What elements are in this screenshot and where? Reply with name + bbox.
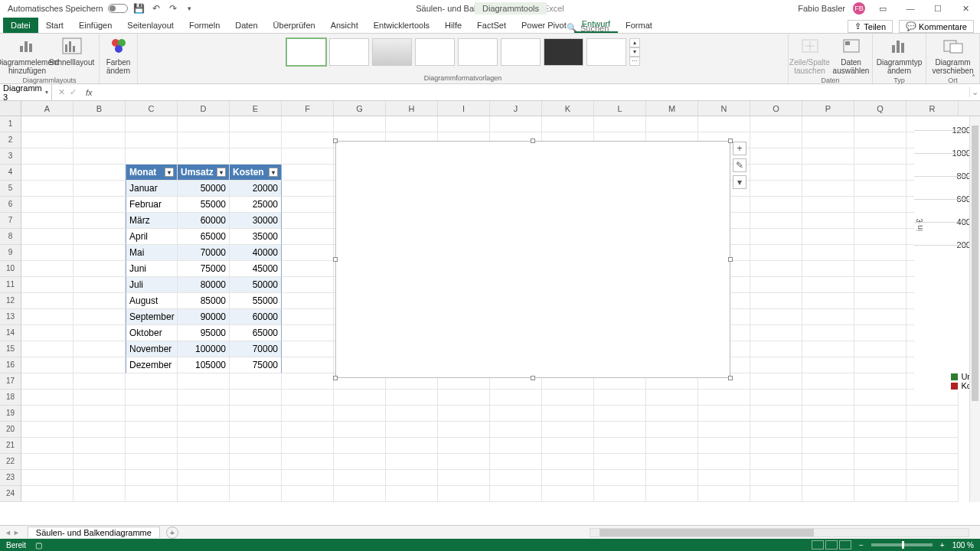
cell[interactable] — [802, 213, 854, 229]
cell[interactable]: September — [126, 309, 178, 325]
cell[interactable] — [21, 486, 74, 502]
cell[interactable] — [698, 438, 750, 454]
row-header[interactable]: 8 — [0, 229, 21, 245]
cell[interactable]: Kosten▾ — [230, 165, 282, 181]
cell[interactable]: 25000 — [230, 197, 282, 213]
cell[interactable] — [21, 148, 74, 165]
cell[interactable] — [21, 454, 74, 470]
cell[interactable] — [854, 229, 906, 245]
cell[interactable] — [802, 116, 854, 132]
cell[interactable] — [178, 470, 230, 486]
cell[interactable] — [698, 486, 750, 502]
cell[interactable] — [854, 486, 906, 502]
cell[interactable] — [386, 406, 438, 422]
tab-einfügen[interactable]: Einfügen — [71, 18, 119, 33]
cell[interactable] — [802, 261, 854, 277]
cell[interactable] — [594, 470, 646, 486]
cell[interactable] — [906, 470, 959, 486]
cell[interactable] — [438, 454, 490, 470]
cell[interactable]: Juni — [126, 261, 178, 277]
cell[interactable] — [854, 261, 906, 277]
cell[interactable] — [74, 245, 126, 261]
cell[interactable]: Umsatz▾ — [178, 165, 230, 181]
cell[interactable]: 70000 — [178, 245, 230, 261]
cell[interactable] — [438, 390, 490, 406]
cell[interactable] — [282, 229, 334, 245]
cell[interactable] — [854, 406, 906, 422]
cell[interactable] — [542, 422, 594, 438]
cell[interactable] — [594, 422, 646, 438]
cell[interactable] — [21, 470, 74, 486]
cell[interactable] — [750, 293, 802, 309]
cell[interactable] — [750, 229, 802, 245]
cell[interactable] — [646, 116, 698, 132]
resize-handle[interactable] — [333, 257, 338, 262]
tab-formeln[interactable]: Formeln — [181, 18, 227, 33]
horizontal-scrollbar[interactable] — [590, 528, 969, 537]
cell[interactable] — [490, 422, 542, 438]
chevron-down-icon[interactable]: ▾ — [45, 89, 48, 96]
zoom-out-icon[interactable]: − — [859, 541, 864, 549]
cell[interactable] — [126, 132, 178, 148]
accept-formula-icon[interactable]: ✓ — [70, 87, 77, 97]
cell[interactable] — [178, 438, 230, 454]
cell[interactable] — [282, 422, 334, 438]
cell[interactable] — [21, 422, 74, 438]
cell[interactable] — [490, 406, 542, 422]
cell[interactable] — [178, 486, 230, 502]
cell[interactable] — [750, 309, 802, 325]
user-name[interactable]: Fabio Basler — [798, 4, 845, 13]
cell[interactable]: 95000 — [178, 325, 230, 341]
cell[interactable] — [178, 406, 230, 422]
cell[interactable] — [21, 293, 74, 309]
cell[interactable] — [282, 165, 334, 181]
sheet-nav-next-icon[interactable]: ► — [13, 529, 20, 536]
tab-überprüfen[interactable]: Überprüfen — [266, 18, 323, 33]
style-thumb-3[interactable] — [372, 38, 412, 66]
cell[interactable] — [490, 438, 542, 454]
filter-dropdown-icon[interactable]: ▾ — [165, 168, 174, 177]
cell[interactable] — [490, 486, 542, 502]
row-header[interactable]: 17 — [0, 373, 21, 390]
cell[interactable] — [750, 470, 802, 486]
cell[interactable] — [906, 422, 959, 438]
cell[interactable] — [230, 470, 282, 486]
cell[interactable] — [750, 181, 802, 197]
cell[interactable] — [74, 197, 126, 213]
cell[interactable] — [21, 261, 74, 277]
cell[interactable] — [230, 390, 282, 406]
share-button[interactable]: ⇪Teilen — [848, 20, 893, 33]
cell[interactable] — [74, 132, 126, 148]
cell[interactable] — [230, 454, 282, 470]
cell[interactable]: 35000 — [230, 229, 282, 245]
cell[interactable] — [74, 293, 126, 309]
row-header[interactable]: 12 — [0, 293, 21, 309]
zoom-in-icon[interactable]: + — [940, 541, 945, 549]
cell[interactable] — [230, 373, 282, 390]
select-all-corner[interactable] — [0, 101, 21, 116]
cell[interactable] — [750, 261, 802, 277]
cell[interactable] — [802, 309, 854, 325]
tab-ansicht[interactable]: Ansicht — [323, 18, 366, 33]
cell[interactable] — [74, 486, 126, 502]
add-sheet-button[interactable]: + — [166, 527, 178, 539]
cell[interactable] — [282, 132, 334, 148]
column-header[interactable]: H — [386, 101, 438, 116]
cell[interactable] — [230, 132, 282, 148]
tab-daten[interactable]: Daten — [227, 18, 265, 33]
column-header[interactable]: C — [126, 101, 178, 116]
cell[interactable] — [21, 373, 74, 390]
cell[interactable] — [854, 454, 906, 470]
cell[interactable] — [21, 341, 74, 357]
cell[interactable] — [74, 181, 126, 197]
fx-icon[interactable]: fx — [83, 88, 96, 97]
cell[interactable] — [334, 438, 386, 454]
gallery-up-icon[interactable]: ▴ — [629, 38, 640, 47]
cell[interactable] — [21, 406, 74, 422]
cell[interactable] — [178, 390, 230, 406]
cell[interactable] — [74, 277, 126, 293]
cell[interactable]: 75000 — [178, 261, 230, 277]
cell[interactable] — [854, 422, 906, 438]
row-header[interactable]: 15 — [0, 341, 21, 357]
cell[interactable] — [646, 470, 698, 486]
